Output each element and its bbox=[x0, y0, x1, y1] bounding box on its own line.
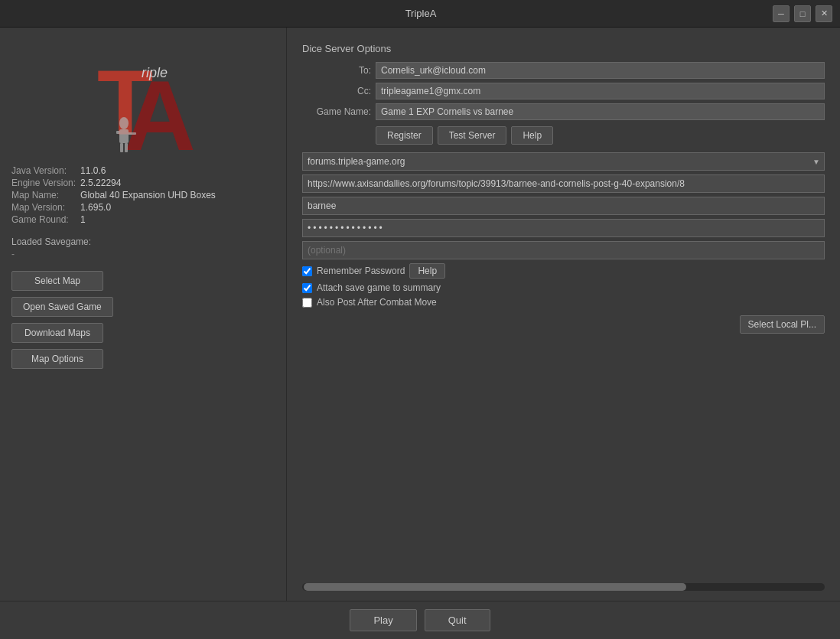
to-field-row: To: bbox=[302, 62, 825, 79]
svg-rect-8 bbox=[120, 143, 123, 152]
open-saved-game-button[interactable]: Open Saved Game bbox=[11, 297, 113, 317]
game-round-label: Game Round: bbox=[11, 214, 76, 225]
forums-help-button[interactable]: Help bbox=[409, 263, 445, 279]
spacer bbox=[302, 341, 825, 573]
forums-section: forums.triplea-game.org ▼ Remember Passw… bbox=[302, 152, 825, 308]
map-name-label: Map Name: bbox=[11, 190, 76, 201]
scrollbar-track bbox=[302, 583, 825, 591]
password-input[interactable] bbox=[302, 219, 825, 237]
savegame-section: Loaded Savegame: - bbox=[11, 236, 275, 259]
username-input[interactable] bbox=[302, 197, 825, 215]
select-local-button[interactable]: Select Local Pl... bbox=[740, 315, 825, 334]
main-container: T A riple bbox=[0, 28, 840, 601]
attach-save-row: Attach save game to summary bbox=[302, 282, 825, 293]
right-panel: Dice Server Options To: Cc: Game Name: R… bbox=[287, 28, 840, 601]
attach-save-label: Attach save game to summary bbox=[317, 282, 441, 293]
register-button[interactable]: Register bbox=[376, 126, 433, 145]
svg-rect-7 bbox=[125, 132, 136, 135]
engine-version-label: Engine Version: bbox=[11, 178, 76, 188]
download-maps-button[interactable]: Download Maps bbox=[11, 323, 103, 343]
logo-area: T A riple bbox=[11, 35, 275, 158]
svg-text:riple: riple bbox=[142, 65, 168, 80]
title-bar: TripleA ─ □ ✕ bbox=[0, 0, 840, 28]
select-local-area: Select Local Pl... bbox=[302, 315, 825, 334]
optional-input[interactable] bbox=[302, 241, 825, 259]
forums-url-input[interactable] bbox=[302, 174, 825, 193]
game-round-value: 1 bbox=[80, 214, 275, 225]
cc-input[interactable] bbox=[376, 83, 825, 99]
quit-button[interactable]: Quit bbox=[425, 609, 490, 631]
dice-buttons: Register Test Server Help bbox=[376, 126, 825, 145]
close-button[interactable]: ✕ bbox=[816, 5, 832, 22]
also-post-label: Also Post After Combat Move bbox=[317, 297, 437, 308]
test-server-button[interactable]: Test Server bbox=[438, 126, 507, 145]
triplea-logo-svg: T A riple bbox=[82, 35, 204, 158]
to-input[interactable] bbox=[376, 62, 825, 79]
window-controls: ─ □ ✕ bbox=[773, 5, 832, 22]
remember-password-row: Remember Password Help bbox=[302, 263, 825, 279]
dice-server-title: Dice Server Options bbox=[302, 43, 825, 54]
java-version-value: 11.0.6 bbox=[80, 165, 275, 176]
remember-password-label: Remember Password bbox=[317, 266, 405, 276]
cc-label: Cc: bbox=[302, 86, 371, 96]
map-name-value: Global 40 Expansion UHD Boxes bbox=[80, 190, 275, 201]
bottom-bar: Play Quit bbox=[0, 601, 840, 639]
java-version-label: Java Version: bbox=[11, 165, 76, 176]
dice-help-button[interactable]: Help bbox=[511, 126, 553, 145]
also-post-row: Also Post After Combat Move bbox=[302, 297, 825, 308]
scrollbar-thumb[interactable] bbox=[304, 583, 686, 591]
gamename-field-row: Game Name: bbox=[302, 103, 825, 120]
forums-dropdown[interactable]: forums.triplea-game.org bbox=[302, 152, 825, 171]
play-button[interactable]: Play bbox=[350, 609, 416, 631]
maximize-button[interactable]: □ bbox=[794, 5, 811, 22]
map-version-label: Map Version: bbox=[11, 202, 76, 213]
info-grid: Java Version: 11.0.6 Engine Version: 2.5… bbox=[11, 165, 275, 225]
select-map-button[interactable]: Select Map bbox=[11, 271, 103, 291]
savegame-value: - bbox=[11, 249, 275, 259]
to-label: To: bbox=[302, 65, 371, 76]
remember-password-checkbox-row: Remember Password bbox=[302, 266, 405, 276]
also-post-checkbox[interactable] bbox=[302, 298, 312, 308]
cc-field-row: Cc: bbox=[302, 83, 825, 99]
gamename-input[interactable] bbox=[376, 103, 825, 120]
savegame-label: Loaded Savegame: bbox=[11, 236, 275, 247]
svg-rect-9 bbox=[125, 143, 128, 152]
remember-password-checkbox[interactable] bbox=[302, 266, 312, 276]
svg-rect-6 bbox=[116, 131, 122, 134]
minimize-button[interactable]: ─ bbox=[773, 5, 790, 22]
left-buttons: Select Map Open Saved Game Download Maps… bbox=[11, 271, 275, 369]
logo: T A riple bbox=[82, 35, 204, 158]
dice-server-section: Dice Server Options To: Cc: Game Name: R… bbox=[302, 43, 825, 145]
map-options-button[interactable]: Map Options bbox=[11, 349, 103, 369]
engine-version-value: 2.5.22294 bbox=[80, 178, 275, 188]
scrollbar-area bbox=[302, 581, 825, 593]
svg-point-4 bbox=[119, 117, 129, 129]
left-panel: T A riple bbox=[0, 28, 287, 601]
gamename-label: Game Name: bbox=[302, 106, 371, 117]
attach-save-checkbox[interactable] bbox=[302, 283, 312, 293]
forums-dropdown-wrapper: forums.triplea-game.org ▼ bbox=[302, 152, 825, 171]
window-title: TripleA bbox=[69, 8, 773, 19]
map-version-value: 1.695.0 bbox=[80, 202, 275, 213]
